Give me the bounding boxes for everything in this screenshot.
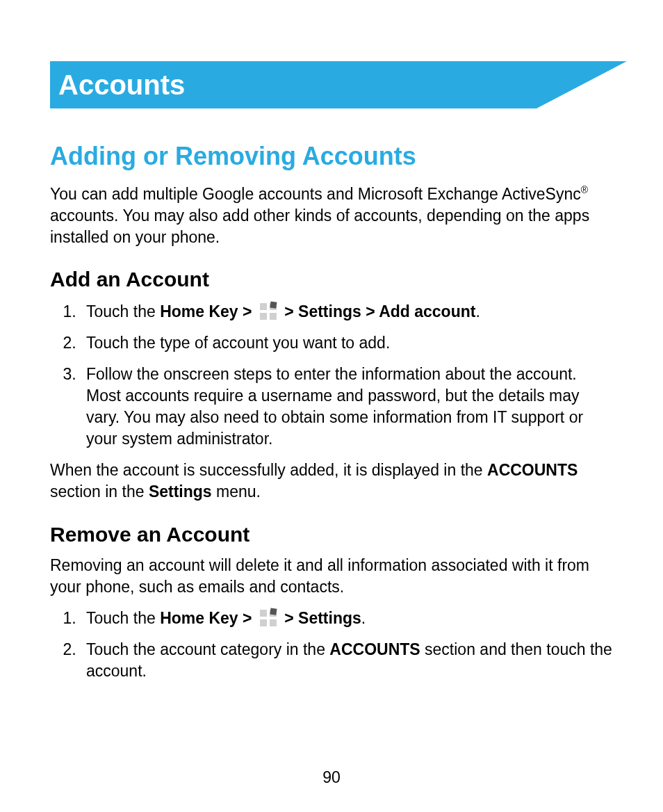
remove-intro: Removing an account will delete it and a…	[50, 555, 613, 598]
step-text: Touch the account category in the	[86, 640, 329, 658]
intro-paragraph: You can add multiple Google accounts and…	[50, 184, 613, 248]
remove-step-1: Touch the Home Key > > Settings.	[81, 608, 613, 629]
note-text-3: menu.	[212, 482, 261, 501]
step-text: Touch the	[86, 609, 160, 627]
step-text-end: .	[475, 302, 480, 320]
chapter-banner: Accounts	[50, 61, 613, 108]
svg-rect-5	[260, 610, 267, 617]
note-text: When the account is successfully added, …	[50, 461, 487, 479]
add-step-1: Touch the Home Key > > Settings > Add ac…	[81, 301, 613, 323]
remove-account-steps: Touch the Home Key > > Settings. Touch t…	[50, 608, 613, 682]
step-bold: Home Key >	[160, 302, 256, 320]
add-account-heading: Add an Account	[50, 268, 613, 291]
svg-rect-9	[270, 608, 277, 615]
chapter-title: Accounts	[50, 61, 613, 108]
svg-rect-0	[260, 303, 267, 310]
step-bold-2: > Settings	[280, 609, 361, 627]
svg-rect-7	[260, 619, 267, 626]
svg-rect-8	[270, 619, 277, 626]
add-account-steps: Touch the Home Key > > Settings > Add ac…	[50, 301, 613, 450]
note-bold-accounts: ACCOUNTS	[487, 461, 578, 479]
step-bold-accounts: ACCOUNTS	[329, 640, 420, 658]
add-step-2: Touch the type of account you want to ad…	[81, 332, 613, 354]
svg-rect-4	[270, 302, 277, 309]
add-account-note: When the account is successfully added, …	[50, 460, 613, 503]
note-text-2: section in the	[50, 482, 149, 501]
step-bold: Home Key >	[160, 609, 256, 627]
apps-icon	[258, 301, 279, 322]
step-bold-2: > Settings > Add account	[280, 302, 476, 320]
svg-rect-3	[270, 313, 277, 320]
remove-account-heading: Remove an Account	[50, 523, 613, 546]
registered-mark: ®	[581, 184, 588, 195]
section-heading: Adding or Removing Accounts	[50, 142, 613, 171]
apps-icon	[258, 608, 279, 628]
remove-step-2: Touch the account category in the ACCOUN…	[81, 639, 613, 682]
note-bold-settings: Settings	[149, 482, 212, 501]
page-number: 90	[0, 768, 663, 787]
svg-rect-2	[260, 313, 267, 320]
step-text: Touch the	[86, 302, 160, 320]
intro-text-1: You can add multiple Google accounts and…	[50, 185, 581, 203]
add-step-3: Follow the onscreen steps to enter the i…	[81, 364, 613, 450]
step-text-end: .	[361, 609, 366, 627]
intro-text-2: accounts. You may also add other kinds o…	[50, 206, 589, 246]
